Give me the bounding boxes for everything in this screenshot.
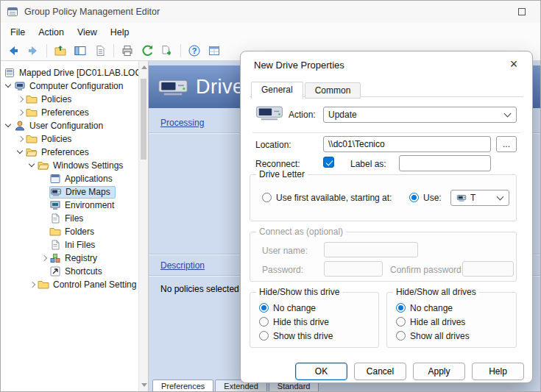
show-hide-console-tree-button[interactable] bbox=[71, 43, 89, 59]
hide-all-drives-label[interactable]: Hide all drives bbox=[410, 317, 465, 327]
sidebar-scrollbar[interactable] bbox=[138, 61, 148, 391]
password-label: Password: bbox=[262, 265, 303, 275]
use-radio[interactable] bbox=[409, 193, 419, 202]
dialog-close-button[interactable]: × bbox=[503, 54, 525, 74]
menu-help[interactable]: Help bbox=[104, 25, 136, 40]
refresh-button[interactable] bbox=[138, 43, 156, 59]
action-select[interactable]: Update bbox=[323, 107, 517, 123]
dialog-title: New Drive Properties bbox=[254, 60, 344, 71]
help-icon: ? bbox=[188, 44, 201, 57]
tab-preferences[interactable]: Preferences bbox=[152, 379, 213, 391]
scrollbar-thumb[interactable] bbox=[141, 79, 146, 160]
tree-item-computer-policies[interactable]: Policies bbox=[1, 93, 138, 106]
tree-item-control-panel-settings[interactable]: Control Panel Setting bbox=[1, 278, 138, 291]
cancel-button[interactable]: Cancel bbox=[354, 363, 406, 380]
menu-view[interactable]: View bbox=[71, 25, 104, 40]
properties-button[interactable] bbox=[91, 43, 109, 59]
back-button[interactable] bbox=[4, 43, 22, 59]
drive-banner-icon bbox=[158, 76, 188, 97]
tree-item-registry[interactable]: Registry bbox=[1, 252, 138, 265]
chevron-down-icon[interactable] bbox=[15, 147, 26, 157]
chevron-right-icon[interactable] bbox=[15, 94, 26, 104]
apply-button[interactable]: Apply bbox=[413, 363, 465, 380]
tree-item-applications[interactable]: Applications bbox=[1, 172, 138, 185]
print-button[interactable] bbox=[119, 43, 136, 59]
tree-item-label: Files bbox=[63, 213, 85, 224]
ok-button[interactable]: OK bbox=[295, 363, 347, 380]
menu-action[interactable]: Action bbox=[32, 25, 71, 40]
tree-item-files[interactable]: Files bbox=[1, 212, 138, 225]
folder-icon bbox=[26, 93, 39, 105]
menu-file[interactable]: File bbox=[4, 25, 32, 40]
window-title: Group Policy Management Editor bbox=[24, 7, 160, 17]
tree-item-user-configuration[interactable]: User Configuration bbox=[1, 119, 138, 132]
location-input[interactable] bbox=[323, 136, 491, 152]
up-one-level-button[interactable] bbox=[52, 43, 69, 59]
hide-this-drive-radio[interactable] bbox=[259, 317, 269, 327]
drive-letter-icon bbox=[456, 193, 467, 203]
label-as-input[interactable] bbox=[399, 155, 491, 171]
tree-item-label: Control Panel Setting bbox=[51, 279, 138, 290]
hide-show-all-legend: Hide/Show all drives bbox=[393, 287, 479, 297]
user-name-input bbox=[324, 242, 418, 257]
chevron-right-icon[interactable] bbox=[15, 134, 26, 144]
tree-item-drive-maps[interactable]: Drive Maps bbox=[1, 185, 138, 199]
tree-item-computer-configuration[interactable]: Computer Configuration bbox=[1, 79, 138, 93]
use-first-available-label[interactable]: Use first available, starting at: bbox=[276, 193, 392, 203]
folder-icon bbox=[49, 226, 63, 238]
browse-button[interactable]: ... bbox=[496, 136, 517, 152]
this-no-change-radio[interactable] bbox=[259, 303, 269, 313]
this-no-change-label[interactable]: No change bbox=[273, 303, 316, 313]
reconnect-checkbox[interactable] bbox=[323, 157, 334, 168]
tree-item-environment[interactable]: Environment bbox=[1, 199, 138, 212]
tree-item-ini-files[interactable]: Ini Files bbox=[1, 238, 138, 252]
use-first-available-radio[interactable] bbox=[262, 193, 272, 202]
table-view-button[interactable] bbox=[205, 43, 223, 59]
shortcut-icon bbox=[49, 266, 63, 277]
tree-item-folders[interactable]: Folders bbox=[1, 225, 138, 238]
folder-open-icon bbox=[38, 160, 51, 171]
scroll-up-icon[interactable] bbox=[141, 65, 147, 69]
show-this-drive-label[interactable]: Show this drive bbox=[273, 331, 333, 341]
chevron-spacer bbox=[39, 213, 49, 224]
tree-item-root[interactable]: Mapped Drive [DC01.LAB.LOCA bbox=[1, 66, 138, 79]
new-drive-properties-dialog: New Drive Properties × General Common Ac… bbox=[240, 51, 533, 383]
hide-all-drives-radio[interactable] bbox=[396, 317, 406, 327]
chevron-right-icon[interactable] bbox=[27, 279, 38, 290]
tree-item-label: Folders bbox=[63, 227, 96, 237]
show-all-drives-label[interactable]: Show all drives bbox=[410, 331, 470, 341]
drive-letter-select[interactable]: T bbox=[450, 190, 509, 206]
chevron-right-icon[interactable] bbox=[15, 107, 26, 118]
processing-link[interactable]: Processing bbox=[160, 118, 204, 128]
tree-item-windows-settings[interactable]: Windows Settings bbox=[1, 159, 138, 172]
help-dialog-button[interactable]: Help bbox=[472, 363, 524, 380]
tree-item-shortcuts[interactable]: Shortcuts bbox=[1, 265, 138, 278]
chevron-down-icon[interactable] bbox=[27, 160, 38, 171]
show-this-drive-radio[interactable] bbox=[259, 331, 269, 341]
show-all-drives-radio[interactable] bbox=[396, 331, 406, 341]
all-no-change-label[interactable]: No change bbox=[410, 303, 453, 313]
tree-item-label: Ini Files bbox=[63, 240, 97, 250]
no-policies-text: No policies selected bbox=[160, 284, 239, 294]
scroll-down-icon[interactable] bbox=[141, 383, 147, 387]
help-button[interactable]: ? bbox=[185, 43, 203, 59]
chevron-down-icon[interactable] bbox=[4, 81, 14, 91]
chevron-right-icon[interactable] bbox=[39, 253, 49, 263]
tab-common[interactable]: Common bbox=[305, 82, 361, 99]
export-list-button[interactable] bbox=[158, 43, 176, 59]
tree-item-user-preferences[interactable]: Preferences bbox=[1, 146, 138, 159]
description-link[interactable]: Description bbox=[160, 260, 205, 271]
maximize-icon bbox=[518, 8, 526, 15]
tab-general[interactable]: General bbox=[251, 82, 303, 99]
chevron-down-icon[interactable] bbox=[4, 121, 14, 131]
tree-item-label: Shortcuts bbox=[63, 266, 105, 277]
all-no-change-radio[interactable] bbox=[396, 303, 406, 313]
dialog-tab-strip: General Common bbox=[251, 81, 362, 99]
hide-this-drive-label[interactable]: Hide this drive bbox=[273, 317, 329, 327]
tree-item-computer-preferences[interactable]: Preferences bbox=[1, 106, 138, 119]
menu-bar: File Action View Help bbox=[1, 23, 540, 41]
forward-button[interactable] bbox=[24, 43, 42, 59]
tree-item-user-policies[interactable]: Policies bbox=[1, 132, 138, 146]
maximize-button[interactable] bbox=[509, 1, 534, 22]
use-label[interactable]: Use: bbox=[423, 193, 442, 203]
